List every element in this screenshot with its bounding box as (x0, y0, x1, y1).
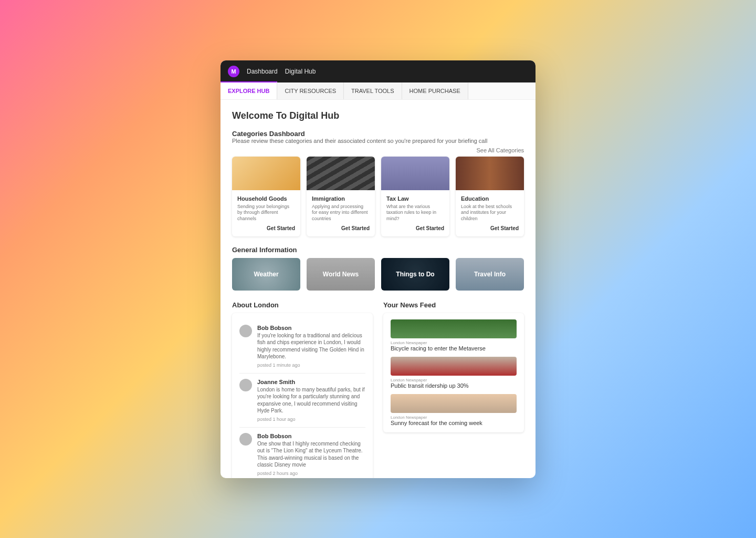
news-column: Your News Feed London Newspaper Bicycle … (383, 301, 524, 478)
see-all-categories[interactable]: See All Categories (232, 147, 524, 153)
list-item: Bob Bobson One show that I highly recomm… (239, 428, 365, 478)
news-panel: London Newspaper Bicycle racing to enter… (383, 313, 524, 432)
card-tax-law[interactable]: Tax Law What are the various taxation ru… (381, 157, 449, 236)
news-headline: Sunny forecast for the coming week (391, 420, 517, 426)
post-meta: posted 2 hours ago (257, 471, 365, 476)
post-author: Joanne Smith (257, 379, 365, 385)
news-image (391, 319, 517, 338)
get-started-link[interactable]: Get Started (312, 225, 370, 231)
tile-world-news[interactable]: World News (307, 258, 375, 291)
category-grid: Household Goods Sending your belongings … (232, 157, 524, 236)
tile-label: World News (323, 271, 359, 278)
card-desc: Look at the best schools and institutes … (461, 204, 519, 222)
categories-subtitle: Please review these categories and their… (232, 138, 524, 144)
card-title: Household Goods (237, 195, 295, 202)
categories-title: Categories Dashboard (232, 130, 524, 138)
tabs: EXPLORE HUB CITY RESOURCES TRAVEL TOOLS … (220, 82, 536, 100)
card-title: Immigration (312, 195, 370, 202)
titlebar: M Dashboard Digital Hub (220, 60, 536, 82)
post-author: Bob Bobson (257, 433, 365, 439)
general-info-grid: Weather World News Things to Do Travel I… (232, 258, 524, 291)
tile-things-to-do[interactable]: Things to Do (381, 258, 449, 291)
about-title: About London (232, 301, 373, 309)
page-title: Welcome To Digital Hub (232, 110, 524, 121)
avatar[interactable]: M (228, 66, 239, 77)
card-desc: Sending your belongings by through diffe… (237, 204, 295, 222)
news-headline: Bicycle racing to enter the Metaverse (391, 345, 517, 351)
card-education[interactable]: Education Look at the best schools and i… (456, 157, 524, 236)
bottom-row: About London Bob Bobson If you're lookin… (232, 301, 524, 478)
tab-travel-tools[interactable]: TRAVEL TOOLS (344, 82, 402, 99)
tile-weather[interactable]: Weather (232, 258, 300, 291)
news-headline: Public transit ridership up 30% (391, 382, 517, 389)
card-image (456, 157, 524, 190)
post-text: London is home to many beautiful parks, … (257, 386, 365, 415)
avatar (239, 325, 252, 337)
tile-travel-info[interactable]: Travel Info (456, 258, 524, 291)
post-text: One show that I highly recommend checkin… (257, 440, 365, 469)
news-source: London Newspaper (391, 340, 517, 345)
avatar (239, 433, 252, 446)
about-panel: Bob Bobson If you're looking for a tradi… (232, 313, 373, 478)
post-meta: posted 1 hour ago (257, 417, 365, 422)
post-meta: posted 1 minute ago (257, 363, 365, 368)
card-title: Tax Law (386, 195, 444, 202)
card-image (232, 157, 300, 190)
tile-label: Travel Info (474, 271, 506, 278)
general-info-title: General Information (232, 246, 524, 254)
tab-explore-hub[interactable]: EXPLORE HUB (220, 81, 277, 99)
nav-digital-hub[interactable]: Digital Hub (285, 68, 316, 75)
news-source: London Newspaper (391, 415, 517, 420)
news-feed-title: Your News Feed (383, 301, 524, 309)
card-immigration[interactable]: Immigration Applying and processing for … (307, 157, 375, 236)
avatar (239, 379, 252, 391)
card-household-goods[interactable]: Household Goods Sending your belongings … (232, 157, 300, 236)
get-started-link[interactable]: Get Started (237, 225, 295, 231)
nav-dashboard[interactable]: Dashboard (247, 68, 278, 75)
card-desc: What are the various taxation rules to k… (386, 204, 444, 222)
news-item[interactable]: London Newspaper Public transit ridershi… (391, 357, 517, 389)
news-image (391, 357, 517, 376)
post-text: If you're looking for a traditional and … (257, 332, 365, 360)
post-author: Bob Bobson (257, 325, 365, 331)
card-image (307, 157, 375, 190)
get-started-link[interactable]: Get Started (386, 225, 444, 231)
news-source: London Newspaper (391, 378, 517, 382)
tab-city-resources[interactable]: CITY RESOURCES (277, 82, 344, 99)
tile-label: Things to Do (396, 271, 434, 278)
about-column: About London Bob Bobson If you're lookin… (232, 301, 373, 478)
news-item[interactable]: London Newspaper Sunny forecast for the … (391, 394, 517, 426)
tile-label: Weather (254, 271, 278, 278)
news-image (391, 394, 517, 413)
tab-home-purchase[interactable]: HOME PURCHASE (402, 82, 468, 99)
app-window: M Dashboard Digital Hub EXPLORE HUB CITY… (220, 60, 536, 478)
get-started-link[interactable]: Get Started (461, 225, 519, 231)
list-item: Bob Bobson If you're looking for a tradi… (239, 319, 365, 374)
content: Welcome To Digital Hub Categories Dashbo… (220, 100, 536, 478)
card-image (381, 157, 449, 190)
card-desc: Applying and processing for easy entry i… (312, 204, 370, 222)
list-item: Joanne Smith London is home to many beau… (239, 374, 365, 428)
card-title: Education (461, 195, 519, 202)
news-item[interactable]: London Newspaper Bicycle racing to enter… (391, 319, 517, 351)
